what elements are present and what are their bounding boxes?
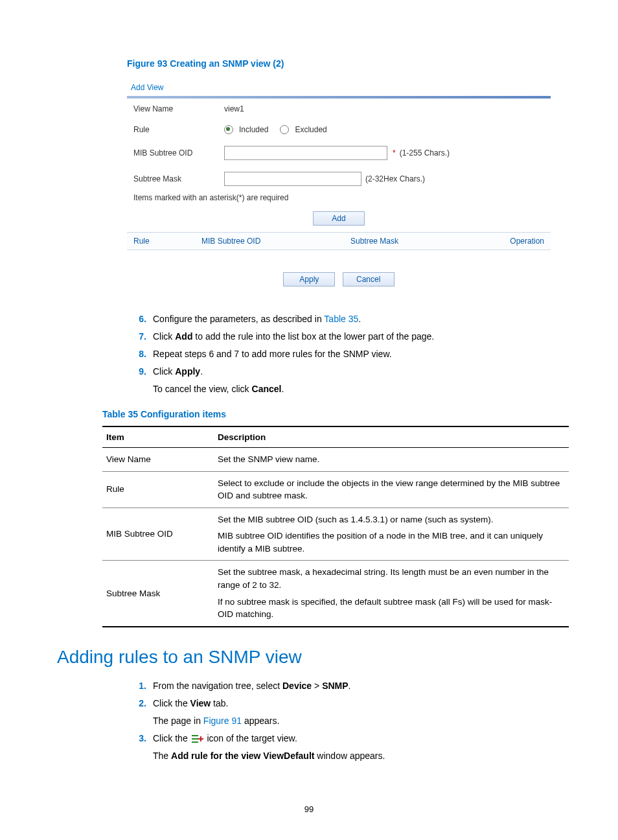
col-rule: Rule [133,237,201,246]
step-number: 1. [127,679,153,693]
cell-desc: Select to exclude or include the objects… [214,471,569,508]
step-item: 8.Repeat steps 6 and 7 to add more rules… [127,347,574,361]
cell-desc: Set the SNMP view name. [214,448,569,472]
radio-included[interactable] [224,125,233,134]
configuration-table: Item Description View NameSet the SNMP v… [102,426,569,627]
step-body: From the navigation tree, select Device … [153,679,574,693]
step-item: 7.Click Add to add the rule into the lis… [127,330,574,344]
row-rule: Rule Included Excluded [127,119,551,140]
steps-list-top: 6.Configure the parameters, as described… [127,312,574,396]
required-star: * [393,148,396,158]
step-number: 8. [127,347,153,361]
apply-button[interactable]: Apply [283,272,335,286]
form-header: Add View [127,80,551,96]
step-body: Click the icon of the target view.The Ad… [153,732,574,763]
value-view-name: view1 [224,104,544,113]
step-item: 6.Configure the parameters, as described… [127,312,574,326]
subtree-mask-hint: (2-32Hex Chars.) [365,174,425,183]
cancel-button[interactable]: Cancel [343,272,395,286]
table-row: Subtree MaskSet the subtree mask, a hexa… [102,561,569,627]
cell-desc: Set the MIB subtree OID (such as 1.4.5.3… [214,508,569,561]
steps-list-bottom: 1.From the navigation tree, select Devic… [127,679,574,763]
row-subtree-mask: Subtree Mask (2-32Hex Chars.) [127,166,551,192]
table-row: View NameSet the SNMP view name. [102,448,569,472]
link[interactable]: Table 35 [324,314,358,324]
label-subtree-mask: Subtree Mask [133,174,224,183]
label-mib-oid: MIB Subtree OID [133,148,224,158]
page-number: 99 [0,804,618,814]
step-number: 6. [127,312,153,326]
col-op: Operation [486,237,544,246]
section-heading: Adding rules to an SNMP view [57,647,561,668]
cell-item: MIB Subtree OID [102,508,214,561]
subtree-mask-input[interactable] [224,172,361,186]
cell-item: View Name [102,448,214,472]
table-caption: Table 35 Configuration items [102,409,561,419]
add-rule-icon [192,734,203,743]
cell-item: Subtree Mask [102,561,214,627]
label-rule: Rule [133,125,224,134]
row-mib-oid: MIB Subtree OID *(1-255 Chars.) [127,140,551,166]
radio-included-label: Included [239,125,268,134]
mib-oid-hint: (1-255 Chars.) [400,148,450,158]
step-item: 9.Click Apply.To cancel the view, click … [127,365,574,396]
label-view-name: View Name [133,104,224,113]
mib-oid-input[interactable] [224,146,387,160]
step-body: Click Apply.To cancel the view, click Ca… [153,365,574,396]
link[interactable]: Figure 91 [203,716,242,726]
step-number: 2. [127,697,153,728]
col-mask: Subtree Mask [350,237,486,246]
step-item: 1.From the navigation tree, select Devic… [127,679,574,693]
th-desc: Description [214,426,569,448]
col-oid: MIB Subtree OID [201,237,350,246]
step-body: Configure the parameters, as described i… [153,312,574,326]
add-view-form: Add View View Name view1 Rule Included E… [127,80,551,293]
step-number: 9. [127,365,153,396]
step-item: 2.Click the View tab.The page in Figure … [127,697,574,728]
th-item: Item [102,426,214,448]
cell-desc: Set the subtree mask, a hexadecimal stri… [214,561,569,627]
step-body: Click the View tab.The page in Figure 91… [153,697,574,728]
table-row: MIB Subtree OIDSet the MIB subtree OID (… [102,508,569,561]
step-number: 3. [127,732,153,763]
step-body: Repeat steps 6 and 7 to add more rules f… [153,347,574,361]
row-view-name: View Name view1 [127,99,551,119]
radio-excluded[interactable] [280,125,289,134]
step-body: Click Add to add the rule into the list … [153,330,574,344]
step-item: 3.Click the icon of the target view.The … [127,732,574,763]
step-number: 7. [127,330,153,344]
table-row: RuleSelect to exclude or include the obj… [102,471,569,508]
radio-excluded-label: Excluded [295,125,326,134]
cell-item: Rule [102,471,214,508]
rules-column-headers: Rule MIB Subtree OID Subtree Mask Operat… [127,232,551,250]
required-note: Items marked with an asterisk(*) are req… [127,192,551,209]
add-button[interactable]: Add [313,211,365,226]
figure-caption: Figure 93 Creating an SNMP view (2) [127,58,561,69]
